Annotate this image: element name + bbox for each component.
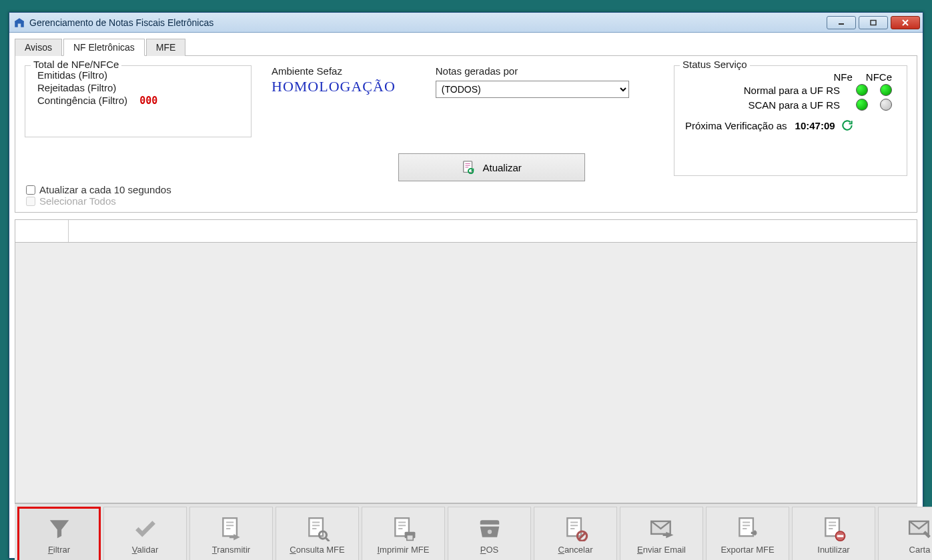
notas-section: Notas geradas por (TODOS) — [436, 65, 629, 98]
pos-icon — [476, 515, 503, 542]
titlebar[interactable]: Gerenciamento de Notas Fiscais Eletrônic… — [9, 13, 923, 33]
status-col-nfe: NFe — [833, 71, 852, 83]
toolbar-enviar-email[interactable]: Enviar Email — [620, 507, 703, 560]
main-window: Gerenciamento de Notas Fiscais Eletrônic… — [9, 12, 923, 559]
ambiente-section: Ambiente Sefaz HOMOLOGAÇÃO — [272, 65, 396, 95]
refresh-icon[interactable] — [841, 119, 854, 132]
svg-rect-12 — [406, 535, 413, 540]
check-icon — [132, 515, 159, 542]
tab-nf-eletronicas[interactable]: NF Eletrônicas — [63, 39, 145, 56]
toolbar-label: Imprimir MFE — [377, 545, 429, 555]
window-title: Gerenciamento de Notas Fiscais Eletrônic… — [29, 17, 827, 28]
svg-rect-6 — [223, 518, 237, 536]
svg-rect-5 — [464, 161, 472, 173]
minimize-button[interactable] — [827, 16, 856, 29]
toolbar-transmitir[interactable]: Transmitir — [189, 507, 273, 560]
toolbar-label: POS — [480, 545, 498, 555]
toolbar-label: Inutilizar — [817, 545, 849, 555]
toolbar-filtrar[interactable]: Filtrar — [17, 507, 101, 560]
rejeitadas-label: Rejeitadas (Filtro) — [32, 81, 244, 94]
window-controls — [827, 16, 920, 29]
toolbar-exportar-mfe[interactable]: Exportar MFE — [706, 507, 789, 560]
notas-label: Notas geradas por — [436, 65, 629, 77]
status-normal-label: Normal para a UF RS — [681, 85, 840, 96]
ambiente-label: Ambiente Sefaz — [272, 65, 396, 77]
status-row-scan: SCAN para a UF RS — [681, 97, 900, 112]
grid-col-0[interactable] — [15, 220, 69, 242]
auto-update-label: Atualizar a cada 10 segundos — [39, 184, 171, 195]
doc-send-icon — [218, 515, 245, 542]
contingencia-row: Contingência (Filtro) 000 — [32, 94, 244, 107]
status-dot-scan-nfe — [856, 99, 868, 111]
tab-panel: Total de NFe/NFCe Emitidas (Filtro) Reje… — [15, 56, 917, 213]
tab-bar: Avisos NF Eletrônicas MFE — [15, 38, 917, 56]
maximize-button[interactable] — [859, 16, 888, 29]
status-legend: Status Serviço — [680, 59, 750, 70]
atualizar-button[interactable]: Atualizar — [398, 153, 585, 181]
checks-section: Atualizar a cada 10 segundos Selecionar … — [26, 184, 171, 207]
status-col-nfce: NFCe — [866, 71, 892, 83]
prox-time: 10:47:09 — [795, 120, 835, 131]
grid-header — [15, 220, 917, 243]
toolbar-label: Cancelar — [558, 545, 592, 555]
toolbar-label: Validar — [132, 545, 159, 555]
toolbar-label: Carta — [909, 545, 931, 555]
auto-update-checkbox[interactable]: Atualizar a cada 10 segundos — [26, 184, 171, 195]
envelope-edit-icon — [907, 515, 933, 542]
toolbar-imprimir-mfe[interactable]: Imprimir MFE — [362, 507, 445, 560]
ambiente-value: HOMOLOGAÇÃO — [272, 78, 396, 95]
toolbar-label: Enviar Email — [637, 545, 686, 555]
data-grid[interactable] — [15, 219, 917, 503]
doc-print-icon — [390, 515, 417, 542]
toolbar-inutilizar[interactable]: Inutilizar — [792, 507, 875, 560]
status-scan-label: SCAN para a UF RS — [681, 99, 840, 111]
atualizar-icon — [461, 160, 476, 175]
prox-verification-row: Próxima Verificação as 10:47:09 — [681, 112, 900, 132]
doc-cancel-icon — [562, 515, 589, 542]
toolbar-label: Consulta MFE — [290, 545, 344, 555]
svg-rect-0 — [15, 21, 24, 22]
toolbar-carta[interactable]: Carta — [878, 507, 932, 560]
doc-block-icon — [821, 515, 847, 542]
prox-label: Próxima Verificação as — [685, 120, 787, 131]
doc-search-icon — [304, 515, 331, 542]
auto-update-input[interactable] — [26, 185, 35, 195]
select-all-label: Selecionar Todos — [39, 195, 116, 207]
status-row-normal: Normal para a UF RS — [681, 83, 900, 97]
status-header: NFe NFCe — [681, 71, 900, 83]
toolbar-label: Exportar MFE — [721, 545, 774, 555]
tab-mfe[interactable]: MFE — [146, 39, 186, 56]
doc-export-icon — [735, 515, 761, 542]
grid-body[interactable] — [15, 243, 917, 503]
status-fieldset: Status Serviço NFe NFCe Normal para a UF… — [674, 65, 907, 176]
app-icon — [13, 17, 25, 29]
funnel-icon — [46, 515, 73, 542]
toolbar-pos[interactable]: POS — [448, 507, 531, 560]
status-dot-normal-nfce — [880, 84, 892, 96]
contingencia-label: Contingência (Filtro) — [37, 95, 127, 106]
select-all-checkbox: Selecionar Todos — [26, 195, 171, 207]
toolbar-validar[interactable]: Validar — [103, 507, 187, 560]
notas-select[interactable]: (TODOS) — [436, 81, 629, 98]
envelope-send-icon — [648, 515, 675, 542]
svg-rect-2 — [871, 20, 876, 25]
status-dot-normal-nfe — [856, 84, 868, 96]
status-dot-scan-nfce — [880, 99, 892, 111]
svg-point-13 — [487, 529, 491, 533]
toolbar-consulta-mfe[interactable]: Consulta MFE — [276, 507, 359, 560]
svg-rect-7 — [309, 518, 323, 536]
totals-fieldset: Total de NFe/NFCe Emitidas (Filtro) Reje… — [25, 65, 252, 137]
atualizar-label: Atualizar — [482, 162, 521, 173]
tab-avisos[interactable]: Avisos — [15, 39, 62, 56]
toolbar-label: Filtrar — [48, 545, 70, 555]
totals-legend: Total de NFe/NFCe — [31, 59, 121, 70]
emitidas-label: Emitidas (Filtro) — [32, 69, 244, 81]
close-button[interactable] — [891, 16, 920, 29]
contingencia-value: 000 — [139, 95, 157, 107]
toolbar-cancelar[interactable]: Cancelar — [534, 507, 617, 560]
bottom-toolbar: FiltrarValidarTransmitirConsulta MFEImpr… — [15, 503, 917, 560]
select-all-input — [26, 197, 35, 206]
toolbar-label: Transmitir — [212, 545, 250, 555]
svg-line-9 — [326, 538, 329, 541]
